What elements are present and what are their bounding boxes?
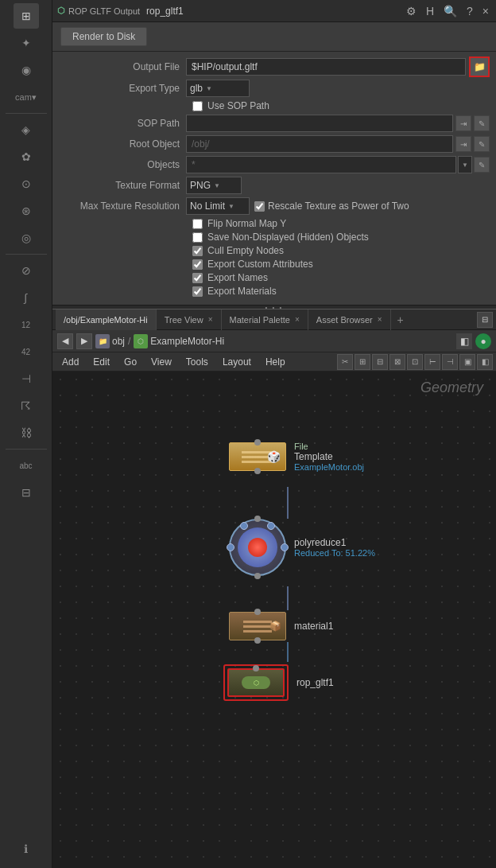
- left-icon-12[interactable]: 12: [14, 312, 39, 337]
- menu-icon-6[interactable]: ⊢: [424, 354, 440, 370]
- tab-material-palette-close[interactable]: ×: [295, 315, 300, 324]
- texture-format-dropdown[interactable]: PNG ▼: [186, 177, 242, 194]
- file-node-output[interactable]: [254, 468, 261, 474]
- root-edit-btn[interactable]: ✎: [474, 136, 490, 152]
- cull-empty-checkbox[interactable]: [192, 246, 203, 256]
- left-icon-spline[interactable]: ∫: [14, 285, 39, 310]
- material-input[interactable]: [254, 609, 261, 615]
- file-node-box[interactable]: 🎲: [229, 442, 286, 471]
- export-materials-label[interactable]: Export Materials: [207, 286, 277, 297]
- export-names-checkbox[interactable]: [192, 273, 203, 283]
- rescale-checkbox[interactable]: [254, 201, 265, 212]
- sop-path-jump-btn[interactable]: ⇥: [455, 115, 471, 131]
- save-non-displayed-checkbox[interactable]: [192, 232, 203, 243]
- polyreduce-node-box[interactable]: [229, 519, 286, 576]
- left-icon-geo[interactable]: ✿: [14, 144, 39, 169]
- cull-empty-label[interactable]: Cull Empty Nodes: [207, 245, 284, 256]
- tab-material-palette[interactable]: Material Palette ×: [222, 309, 308, 330]
- settings-icon[interactable]: ⚙: [404, 3, 419, 19]
- rop-gltf-node[interactable]: ⬡: [227, 668, 285, 697]
- left-icon-info[interactable]: ℹ: [14, 836, 39, 862]
- go-button[interactable]: ●: [475, 333, 491, 349]
- export-materials-checkbox[interactable]: [192, 286, 203, 297]
- use-sop-path-checkbox[interactable]: [192, 101, 203, 111]
- menu-view[interactable]: View: [145, 355, 178, 369]
- left-icon-abc[interactable]: abc: [14, 453, 39, 478]
- file-template-node[interactable]: 🎲: [229, 442, 286, 471]
- left-icon-trail[interactable]: ☈: [14, 393, 39, 418]
- menu-tools[interactable]: Tools: [180, 355, 215, 369]
- material-node[interactable]: 📦: [229, 612, 286, 640]
- tab-add-button[interactable]: +: [391, 313, 410, 326]
- export-type-dropdown[interactable]: glb ▼: [186, 80, 250, 97]
- objects-input[interactable]: [186, 156, 456, 173]
- close-icon[interactable]: ×: [480, 3, 491, 19]
- export-names-label[interactable]: Export Names: [207, 272, 268, 283]
- file-node-input[interactable]: [254, 439, 261, 446]
- menu-icon-1[interactable]: ✂: [337, 354, 353, 370]
- left-icon-add[interactable]: cam▾: [14, 84, 39, 110]
- menu-add[interactable]: Add: [56, 355, 85, 369]
- path-obj[interactable]: 📁 obj: [95, 334, 125, 348]
- left-icon-chain[interactable]: ⛓: [14, 420, 39, 446]
- flip-normal-checkbox[interactable]: [192, 219, 203, 229]
- file-node-link[interactable]: ExampleMotor.obj: [294, 462, 364, 472]
- search-icon[interactable]: 🔍: [441, 3, 459, 19]
- left-icon-42[interactable]: 42: [14, 339, 39, 364]
- menu-icon-9[interactable]: ◧: [477, 354, 493, 370]
- left-icon-eye[interactable]: ◈: [14, 117, 39, 142]
- question-icon[interactable]: ?: [464, 3, 475, 19]
- tab-view-options-btn[interactable]: ⊟: [477, 312, 493, 328]
- objects-edit-btn[interactable]: ✎: [474, 157, 490, 173]
- left-icon-render[interactable]: ⊛: [14, 198, 39, 224]
- menu-go[interactable]: Go: [118, 355, 143, 369]
- rop-gltf-input[interactable]: [253, 665, 259, 671]
- menu-icon-5[interactable]: ⊡: [407, 354, 423, 370]
- rop-gltf-node-box[interactable]: ⬡: [227, 668, 285, 697]
- root-jump-btn[interactable]: ⇥: [455, 136, 471, 152]
- output-file-input[interactable]: [186, 58, 466, 76]
- menu-icon-7[interactable]: ⊣: [442, 354, 458, 370]
- sop-path-input[interactable]: [186, 115, 453, 132]
- menu-layout[interactable]: Layout: [216, 355, 258, 369]
- menu-icon-3[interactable]: ⊟: [372, 354, 388, 370]
- use-sop-path-label[interactable]: Use SOP Path: [207, 100, 269, 111]
- rescale-label[interactable]: Rescale Texture as Power of Two: [268, 200, 409, 212]
- menu-icon-2[interactable]: ⊞: [355, 354, 370, 370]
- tab-asset-browser-close[interactable]: ×: [378, 315, 382, 324]
- menu-help[interactable]: Help: [259, 355, 292, 369]
- h-icon[interactable]: H: [424, 3, 436, 19]
- browse-file-button[interactable]: 📁: [469, 56, 490, 77]
- left-icon-grid[interactable]: ⊞: [14, 3, 39, 29]
- snap-button[interactable]: ◧: [456, 333, 472, 349]
- tab-tree-view-close[interactable]: ×: [208, 315, 213, 324]
- left-icon-bone[interactable]: ⊘: [14, 258, 39, 283]
- flip-normal-label[interactable]: Flip Normal Map Y: [207, 218, 286, 229]
- material-node-box[interactable]: 📦: [229, 612, 286, 640]
- left-icon-cam[interactable]: ◉: [14, 57, 39, 83]
- sop-path-edit-btn[interactable]: ✎: [474, 115, 490, 131]
- nav-back-button[interactable]: ◀: [57, 333, 73, 349]
- left-icon-img[interactable]: ⊟: [14, 480, 39, 505]
- material-output[interactable]: [254, 637, 261, 644]
- menu-icon-8[interactable]: ▣: [459, 354, 475, 370]
- root-object-input[interactable]: [186, 135, 453, 153]
- menu-edit[interactable]: Edit: [87, 355, 116, 369]
- export-custom-label[interactable]: Export Custom Attributes: [207, 259, 313, 270]
- left-icon-particles[interactable]: ◎: [14, 225, 39, 251]
- objects-dropdown-btn[interactable]: ▼: [458, 156, 472, 173]
- render-to-disk-button[interactable]: Render to Disk: [60, 27, 147, 46]
- tab-tree-view[interactable]: Tree View ×: [157, 309, 222, 330]
- polyreduce-output[interactable]: [254, 573, 261, 579]
- tab-asset-browser[interactable]: Asset Browser ×: [308, 309, 391, 330]
- tab-example-motor[interactable]: /obj/ExampleMotor-Hi: [56, 309, 157, 330]
- export-custom-checkbox[interactable]: [192, 259, 203, 270]
- left-icon-light[interactable]: ⊙: [14, 171, 39, 197]
- save-non-displayed-label[interactable]: Save Non-Displayed (Hidden) Objects: [207, 232, 369, 243]
- max-texture-dropdown[interactable]: No Limit ▼: [186, 197, 250, 215]
- left-icon-star[interactable]: ✦: [14, 30, 39, 56]
- polyreduce-input[interactable]: [254, 516, 261, 522]
- nav-forward-button[interactable]: ▶: [76, 333, 92, 349]
- left-icon-lasso[interactable]: ⊣: [14, 366, 39, 391]
- polyreduce-node[interactable]: [229, 519, 286, 576]
